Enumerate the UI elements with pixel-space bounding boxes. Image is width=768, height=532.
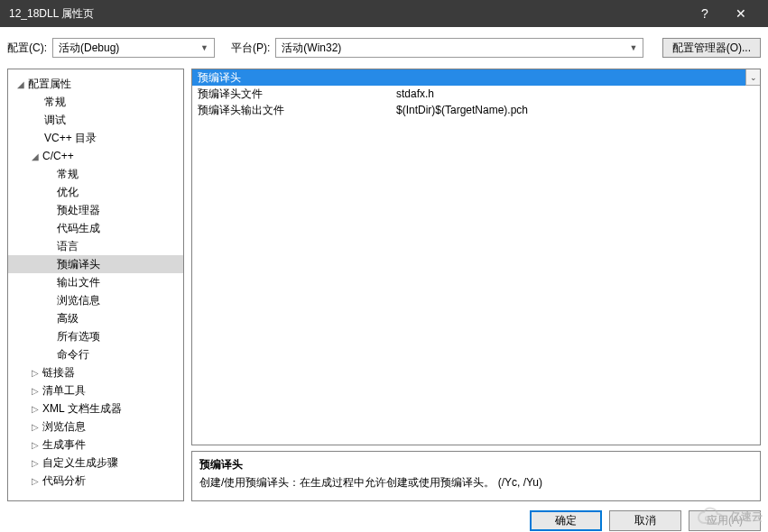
property-grid[interactable]: 预编译头 ⌄ 预编译头文件 stdafx.h 预编译头输出文件 $(IntDir… [191,69,761,445]
tree-item[interactable]: 命令行 [8,345,183,363]
description-title: 预编译头 [199,457,753,472]
dialog-buttons: 确定 取消 应用(A) [0,501,768,531]
config-label: 配置(C): [7,41,47,56]
grid-row[interactable]: 预编译头文件 stdafx.h [192,86,760,102]
expand-icon[interactable]: ▷ [30,440,41,450]
config-combobox[interactable]: 活动(Debug) ▼ [52,38,215,58]
tree-item[interactable]: 高级 [8,309,183,327]
ok-button[interactable]: 确定 [530,510,602,531]
chevron-down-icon: ▼ [200,43,208,52]
collapse-icon[interactable]: ◢ [15,79,26,89]
expand-icon[interactable]: ▷ [30,404,41,414]
chevron-down-icon: ▼ [629,43,637,52]
property-dropdown-button[interactable]: ⌄ [745,69,760,86]
platform-label: 平台(P): [231,41,270,56]
expand-icon[interactable]: ▷ [30,458,41,468]
apply-button: 应用(A) [689,510,761,531]
config-value: 活动(Debug) [59,41,119,56]
tree-item[interactable]: ▷链接器 [8,363,183,381]
tree-item[interactable]: 浏览信息 [8,291,183,309]
collapse-icon[interactable]: ◢ [30,151,41,161]
tree-item[interactable]: 预处理器 [8,201,183,219]
platform-value: 活动(Win32) [282,41,341,56]
window-title: 12_18DLL 属性页 [9,6,687,22]
tree-item[interactable]: 调试 [8,111,183,129]
tree-item[interactable]: 代码生成 [8,219,183,237]
tree-item[interactable]: ▷代码分析 [8,472,183,490]
platform-combobox[interactable]: 活动(Win32) ▼ [275,38,643,58]
title-bar: 12_18DLL 属性页 ? ✕ [0,0,768,27]
tree-item[interactable]: 常规 [8,93,183,111]
tree-root[interactable]: ◢ 配置属性 [8,75,183,93]
tree-item[interactable]: 语言 [8,237,183,255]
expand-icon[interactable]: ▷ [30,386,41,396]
expand-icon[interactable]: ▷ [30,368,41,378]
cancel-button[interactable]: 取消 [609,510,681,531]
tree-item[interactable]: VC++ 目录 [8,129,183,147]
tree-cxx[interactable]: ◢ C/C++ [8,147,183,165]
tree-item[interactable]: ▷自定义生成步骤 [8,454,183,472]
description-panel: 预编译头 创建/使用预编译头：在生成过程中允许创建或使用预编译头。 (/Yc, … [191,451,761,501]
close-button[interactable]: ✕ [723,6,759,21]
tree-item[interactable]: ▷生成事件 [8,436,183,454]
description-body: 创建/使用预编译头：在生成过程中允许创建或使用预编译头。 (/Yc, /Yu) [199,475,753,491]
tree-item[interactable]: 所有选项 [8,327,183,345]
config-manager-button[interactable]: 配置管理器(O)... [662,38,761,58]
expand-icon[interactable]: ▷ [30,422,41,432]
grid-row[interactable]: 预编译头输出文件 $(IntDir)$(TargetName).pch [192,102,760,118]
tree-item[interactable]: 常规 [8,165,183,183]
help-button[interactable]: ? [687,6,723,21]
expand-icon[interactable]: ▷ [30,476,41,486]
tree-item-selected[interactable]: 预编译头 [8,255,183,273]
tree-item[interactable]: ▷清单工具 [8,381,183,399]
tree-item[interactable]: 输出文件 [8,273,183,291]
property-tree[interactable]: ◢ 配置属性 常规 调试 VC++ 目录 ◢ C/C++ 常规 优化 预处理器 … [7,69,184,501]
grid-row-selected[interactable]: 预编译头 [192,69,745,86]
tree-item[interactable]: 优化 [8,183,183,201]
config-toolbar: 配置(C): 活动(Debug) ▼ 平台(P): 活动(Win32) ▼ 配置… [0,27,768,69]
tree-item[interactable]: ▷XML 文档生成器 [8,399,183,417]
tree-item[interactable]: ▷浏览信息 [8,417,183,436]
